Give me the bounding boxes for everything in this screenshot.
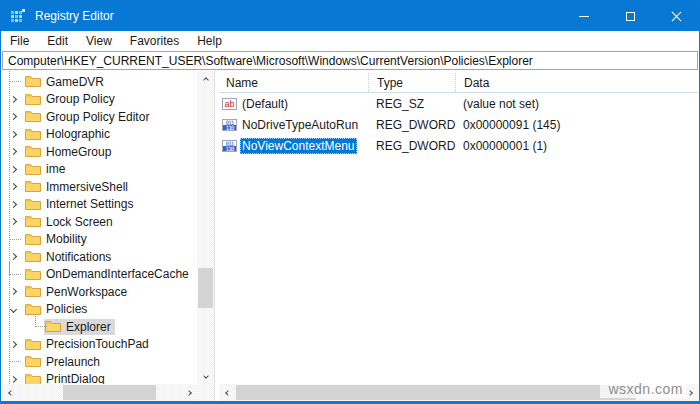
- expand-chevron[interactable]: [2, 196, 24, 214]
- tree-item-explorer[interactable]: Explorer: [2, 318, 197, 336]
- list-rows: ab(Default)REG_SZ(value not set)011110No…: [219, 93, 698, 156]
- tree-item-label: Mobility: [46, 232, 87, 246]
- dotted-connector: [9, 71, 21, 82]
- tree-item-content[interactable]: Notifications: [24, 249, 115, 265]
- column-header-data[interactable]: Data: [455, 73, 698, 92]
- collapse-chevron[interactable]: [2, 301, 24, 319]
- tree-item-content[interactable]: Mobility: [24, 231, 91, 247]
- tree-item-content[interactable]: Holographic: [24, 126, 114, 142]
- tree-item-label: Notifications: [46, 250, 111, 264]
- folder-icon: [25, 250, 41, 263]
- value-name[interactable]: (Default): [240, 96, 290, 112]
- expand-chevron[interactable]: [2, 91, 24, 109]
- tree-item-content[interactable]: Group Policy Editor: [24, 109, 153, 125]
- folder-icon: [25, 180, 41, 193]
- value-name[interactable]: NoViewContextMenu: [240, 138, 357, 154]
- tree-item-content[interactable]: Internet Settings: [24, 196, 137, 212]
- value-row-default[interactable]: ab(Default)REG_SZ(value not set): [219, 93, 698, 114]
- value-row-noviewcontextmenu[interactable]: 011110NoViewContextMenuREG_DWORD0x000000…: [219, 135, 698, 156]
- minimize-button[interactable]: [561, 1, 607, 31]
- address-bar[interactable]: Computer\HKEY_CURRENT_USER\Software\Micr…: [2, 51, 698, 70]
- tree-item-content[interactable]: HomeGroup: [24, 144, 115, 160]
- horizontal-scroll-thumb[interactable]: [236, 385, 636, 400]
- dotted-connector: [9, 262, 21, 275]
- menu-item-favorites[interactable]: Favorites: [121, 32, 188, 50]
- tree-item-content[interactable]: ImmersiveShell: [24, 179, 132, 195]
- expand-chevron[interactable]: [2, 283, 24, 301]
- values-list: Name Type Data ab(Default)REG_SZ(value n…: [219, 71, 698, 384]
- tree-item-group-policy[interactable]: Group Policy: [2, 91, 197, 109]
- folder-icon: [25, 233, 41, 246]
- title-bar: Registry Editor: [1, 1, 699, 31]
- tree-item-label: Group Policy: [46, 92, 115, 106]
- scroll-down-button[interactable]: [197, 367, 214, 384]
- scroll-up-button[interactable]: [197, 71, 214, 88]
- tree-item-content[interactable]: PrecisionTouchPad: [24, 336, 153, 352]
- tree-item-penworkspace[interactable]: PenWorkspace: [2, 283, 197, 301]
- tree-item-mobility[interactable]: Mobility: [2, 231, 197, 249]
- value-row-nodrivetypeautorun[interactable]: 011110NoDriveTypeAutoRunREG_DWORD0x00000…: [219, 114, 698, 135]
- expand-chevron[interactable]: [2, 371, 24, 385]
- tree-item-label: Explorer: [66, 320, 111, 334]
- value-name-cell[interactable]: 011110NoViewContextMenu: [219, 138, 368, 154]
- maximize-button[interactable]: [607, 1, 653, 31]
- value-data-cell: 0x00000091 (145): [455, 118, 698, 132]
- menu-item-file[interactable]: File: [1, 32, 38, 50]
- tree-item-precisiontouchpad[interactable]: PrecisionTouchPad: [2, 336, 197, 354]
- string-value-icon: ab: [222, 98, 237, 110]
- tree-vertical-scrollbar[interactable]: [197, 71, 214, 384]
- column-header-name[interactable]: Name: [219, 73, 368, 92]
- value-name-cell[interactable]: ab(Default): [219, 96, 368, 112]
- folder-icon: [25, 145, 41, 158]
- tree-item-policies[interactable]: Policies: [2, 301, 197, 319]
- column-header-type[interactable]: Type: [368, 73, 455, 92]
- tree-item-group-policy-editor[interactable]: Group Policy Editor: [2, 108, 197, 126]
- value-name-cell[interactable]: 011110NoDriveTypeAutoRun: [219, 117, 368, 133]
- expand-chevron[interactable]: [2, 126, 24, 144]
- folder-icon: [25, 110, 41, 123]
- scroll-left-button[interactable]: [2, 384, 19, 401]
- expand-chevron[interactable]: [2, 178, 24, 196]
- tree-item-content[interactable]: OnDemandInterfaceCache: [24, 266, 193, 282]
- tree-item-content[interactable]: Prelaunch: [24, 354, 104, 370]
- chevron-right-icon: [9, 166, 16, 173]
- tree-item-ime[interactable]: ime: [2, 161, 197, 179]
- tree-item-internet-settings[interactable]: Internet Settings: [2, 196, 197, 214]
- dword-value-icon: 011110: [222, 119, 237, 131]
- tree-item-prelaunch[interactable]: Prelaunch: [2, 353, 197, 371]
- tree-item-content[interactable]: Group Policy: [24, 91, 119, 107]
- expand-chevron[interactable]: [2, 108, 24, 126]
- tree-item-holographic[interactable]: Holographic: [2, 126, 197, 144]
- tree-item-lock-screen[interactable]: Lock Screen: [2, 213, 197, 231]
- chevron-right-icon: [9, 376, 16, 383]
- tree-selected-item-content[interactable]: Explorer: [44, 319, 115, 335]
- menu-item-help[interactable]: Help: [188, 32, 231, 50]
- tree-item-gamedvr[interactable]: GameDVR: [2, 73, 197, 91]
- tree-horizontal-scrollbar[interactable]: [2, 384, 197, 401]
- expand-chevron[interactable]: [2, 161, 24, 179]
- scroll-left-button[interactable]: [219, 384, 236, 401]
- tree-item-homegroup[interactable]: HomeGroup: [2, 143, 197, 161]
- tree-item-content[interactable]: PrintDialog: [24, 371, 109, 384]
- tree-item-printdialog[interactable]: PrintDialog: [2, 371, 197, 385]
- tree-item-content[interactable]: GameDVR: [24, 74, 108, 90]
- close-button[interactable]: [653, 1, 699, 31]
- scroll-right-button[interactable]: [180, 384, 197, 401]
- tree-item-content[interactable]: ime: [24, 161, 69, 177]
- tree-item-notifications[interactable]: Notifications: [2, 248, 197, 266]
- tree-item-immersiveshell[interactable]: ImmersiveShell: [2, 178, 197, 196]
- menu-bar: FileEditViewFavoritesHelp: [1, 31, 699, 51]
- folder-icon: [25, 198, 41, 211]
- horizontal-scroll-thumb[interactable]: [63, 385, 156, 400]
- vertical-scroll-thumb[interactable]: [198, 268, 213, 308]
- tree-item-content[interactable]: Lock Screen: [24, 214, 117, 230]
- chevron-right-icon: [186, 390, 192, 396]
- folder-icon: [25, 93, 41, 106]
- tree-item-content[interactable]: PenWorkspace: [24, 284, 131, 300]
- tree-item-ondemandinterfacecache[interactable]: OnDemandInterfaceCache: [2, 266, 197, 284]
- menu-item-edit[interactable]: Edit: [38, 32, 77, 50]
- folder-icon: [25, 355, 41, 368]
- value-name[interactable]: NoDriveTypeAutoRun: [240, 117, 360, 133]
- menu-item-view[interactable]: View: [77, 32, 121, 50]
- expand-chevron[interactable]: [2, 143, 24, 161]
